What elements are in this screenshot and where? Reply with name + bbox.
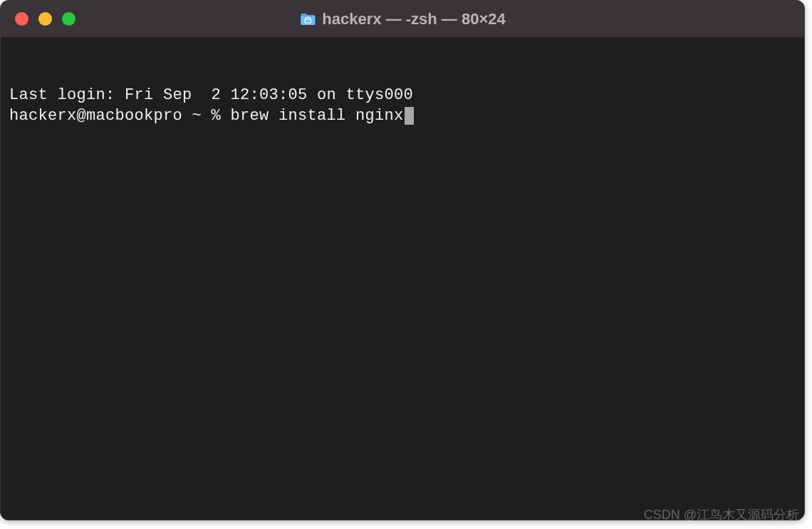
watermark-text: CSDN @江鸟木又源码分析 — [644, 506, 799, 523]
terminal-window: hackerx — -zsh — 80×24 Last login: Fri S… — [0, 0, 805, 520]
window-title: hackerx — -zsh — 80×24 — [322, 10, 505, 29]
terminal-body[interactable]: Last login: Fri Sep 2 12:03:05 on ttys00… — [1, 38, 804, 175]
prompt-line: hackerx@macbookpro ~ % brew install ngin… — [9, 106, 796, 127]
title-bar[interactable]: hackerx — -zsh — 80×24 — [1, 1, 804, 38]
command-text: brew install nginx — [231, 107, 404, 125]
folder-icon — [299, 12, 316, 26]
close-button[interactable] — [15, 12, 28, 26]
last-login-line: Last login: Fri Sep 2 12:03:05 on ttys00… — [9, 86, 796, 106]
window-title-container: hackerx — -zsh — 80×24 — [299, 10, 505, 29]
minimize-button[interactable] — [38, 12, 52, 26]
shell-prompt: hackerx@macbookpro ~ % — [9, 107, 231, 125]
maximize-button[interactable] — [62, 12, 76, 26]
traffic-lights — [1, 12, 76, 26]
terminal-cursor — [405, 107, 414, 125]
